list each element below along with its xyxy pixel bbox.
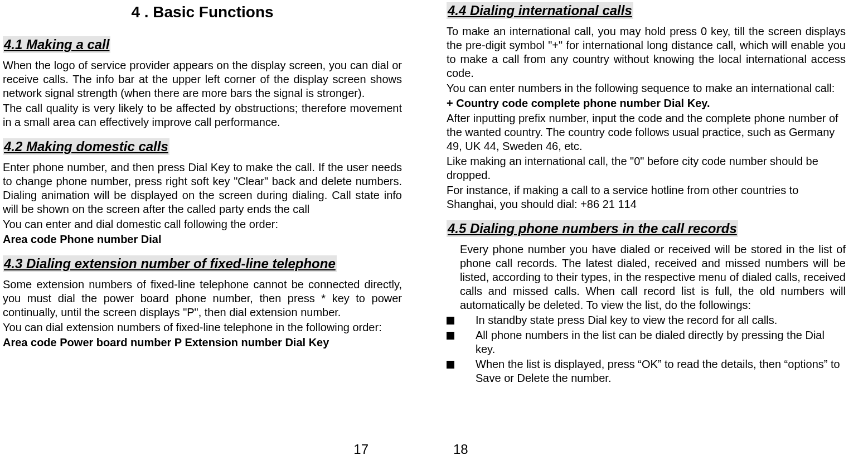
para-4-4-4: Like making an international call, the "… — [447, 154, 846, 182]
bold-4-4: + Country code complete phone number Dia… — [447, 96, 846, 110]
section-4-2: 4.2 Making domestic calls Enter phone nu… — [3, 136, 402, 248]
heading-4-1: 4.1 Making a call — [3, 36, 110, 53]
para-4-3-1: Some extension numbers of fixed-line tel… — [3, 278, 402, 319]
square-bullet-icon — [447, 332, 454, 340]
para-4-4-5: For instance, if making a call to a serv… — [447, 183, 846, 211]
page-number-left: 17 — [3, 441, 402, 460]
section-4-1: 4.1 Making a call When the logo of servi… — [3, 34, 402, 130]
bullet-text-2: All phone numbers in the list can be dia… — [476, 328, 846, 356]
square-bullet-icon — [447, 361, 454, 369]
bullet-row-3: When the list is displayed, press “OK” t… — [447, 357, 846, 385]
bold-4-3: Area code Power board number P Extension… — [3, 336, 402, 350]
square-bullet-icon — [447, 317, 454, 325]
heading-4-4: 4.4 Dialing international calls — [447, 2, 633, 19]
page-right: 4.4 Dialing international calls To make … — [424, 0, 868, 460]
para-4-1-2: The call quality is very likely to be af… — [3, 101, 402, 129]
page-left: 4 . Basic Functions 4.1 Making a call Wh… — [0, 0, 424, 460]
heading-4-2: 4.2 Making domestic calls — [3, 138, 169, 155]
para-4-4-3: After inputting prefix number, input the… — [447, 112, 846, 153]
section-4-3: 4.3 Dialing extension number of fixed-li… — [3, 253, 402, 351]
heading-4-3: 4.3 Dialing extension number of fixed-li… — [3, 255, 337, 272]
bullet-row-1: In standby state press Dial key to view … — [447, 313, 846, 327]
section-4-5: 4.5 Dialing phone numbers in the call re… — [447, 218, 846, 386]
bullet-text-3: When the list is displayed, press “OK” t… — [476, 357, 846, 385]
chapter-title: 4 . Basic Functions — [3, 2, 402, 22]
para-4-4-1: To make an international call, you may h… — [447, 25, 846, 80]
para-4-1-1: When the logo of service provider appear… — [3, 59, 402, 100]
bullet-row-2: All phone numbers in the list can be dia… — [447, 328, 846, 356]
para-4-2-1: Enter phone number, and then press Dial … — [3, 161, 402, 216]
page-spread: 4 . Basic Functions 4.1 Making a call Wh… — [0, 0, 868, 460]
para-4-3-2: You can dial extension numbers of fixed-… — [3, 321, 402, 335]
para-4-2-2: You can enter and dial domestic call fol… — [3, 217, 402, 231]
bullet-text-1: In standby state press Dial key to view … — [476, 313, 846, 327]
heading-4-5: 4.5 Dialing phone numbers in the call re… — [447, 220, 738, 237]
bold-4-2: Area code Phone number Dial — [3, 233, 402, 246]
para-4-5-1: Every phone number you have dialed or re… — [447, 243, 846, 312]
section-4-4: 4.4 Dialing international calls To make … — [447, 0, 846, 212]
page-number-right: 18 — [447, 441, 846, 460]
para-4-4-2: You can enter numbers in the following s… — [447, 81, 846, 95]
